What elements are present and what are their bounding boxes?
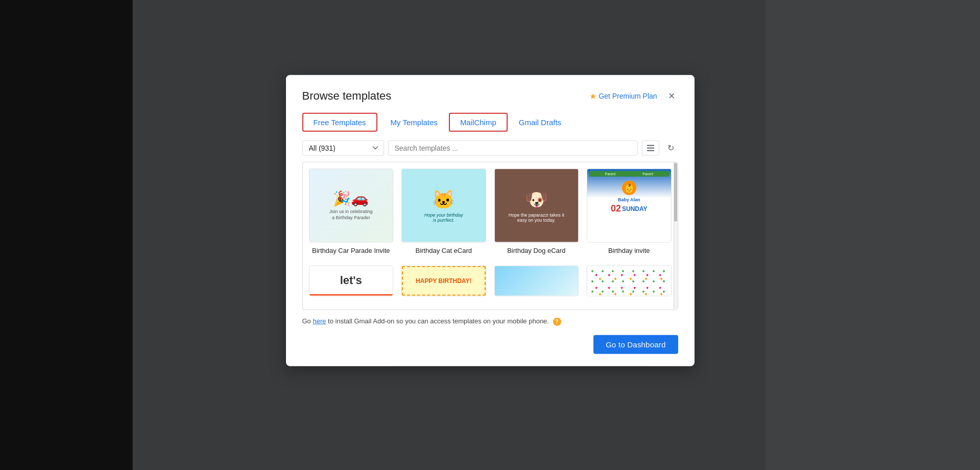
premium-label: Get Premium Plan: [599, 92, 657, 100]
template-name-3: Birthday Dog eCard: [494, 247, 579, 254]
card-visual-car: 🎉🚗 Join us in celebratinga Birthday Para…: [309, 169, 393, 242]
car-invite-text: Join us in celebratinga Birthday Parade!: [329, 209, 373, 221]
footer-text: Go here to install Gmail Add-on so you c…: [302, 317, 678, 326]
dog-emoji: 🐶: [525, 189, 548, 210]
premium-plan-link[interactable]: ★ Get Premium Plan: [589, 91, 657, 101]
star-icon: ★: [589, 91, 596, 101]
template-card-birthday-car[interactable]: 🎉🚗 Join us in celebratinga Birthday Para…: [305, 165, 398, 262]
invite-date-day: SUNDAY: [622, 205, 648, 212]
help-icon[interactable]: ?: [553, 317, 561, 325]
filters-row: All (931) ↻: [302, 140, 678, 156]
close-button[interactable]: ×: [665, 89, 678, 103]
template-card-lets[interactable]: let's: [305, 262, 398, 308]
dog-text: Hope the paparazzi takes iteasy on you t…: [509, 212, 564, 222]
category-dropdown[interactable]: All (931): [302, 140, 384, 155]
browse-templates-modal: Browse templates ★ Get Premium Plan × Fr…: [286, 75, 695, 366]
template-thumb-blue: [494, 266, 579, 296]
invite-date-row: 02 SUNDAY: [611, 203, 648, 214]
templates-scroll-wrapper: 🎉🚗 Join us in celebratinga Birthday Para…: [302, 162, 678, 310]
modal-header-right: ★ Get Premium Plan ×: [589, 89, 678, 103]
template-thumb-lets: let's: [309, 266, 394, 296]
modal-header: Browse templates ★ Get Premium Plan ×: [302, 89, 678, 103]
modal-title: Browse templates: [302, 89, 392, 103]
list-view-button[interactable]: [642, 140, 659, 155]
addon-install-link[interactable]: here: [313, 317, 326, 325]
template-thumb-birthday-dog: 🐶 Hope the paparazzi takes iteasy on you…: [494, 169, 579, 243]
template-card-blue[interactable]: [490, 262, 583, 308]
card-visual-invite: Parent Parent 👶 Baby Alan 02 SUNDAY: [587, 169, 671, 242]
card-visual-cat: 🐱 Hope your birthdayis purrfect.: [402, 169, 486, 242]
invite-baby-name: Baby Alan: [618, 197, 640, 202]
invite-date-num: 02: [611, 203, 621, 214]
list-icon: [647, 144, 655, 152]
search-input[interactable]: [388, 140, 638, 155]
scroll-bar[interactable]: [674, 162, 678, 310]
svg-rect-0: [647, 145, 654, 146]
template-card-happy[interactable]: HAPPY BIRTHDAY!: [397, 262, 490, 308]
tabs-row: Free Templates My Templates MailChimp Gm…: [302, 113, 678, 132]
cat-emoji: 🐱: [432, 189, 455, 210]
go-to-dashboard-button[interactable]: Go to Dashboard: [593, 335, 678, 354]
car-emoji: 🎉🚗: [333, 190, 369, 207]
modal-footer-actions: Go to Dashboard: [302, 335, 678, 354]
refresh-button[interactable]: ↻: [663, 140, 678, 156]
template-name-4: Birthday invite: [587, 247, 672, 254]
invite-header: Parent Parent: [589, 171, 669, 177]
template-card-birthday-cat[interactable]: 🐱 Hope your birthdayis purrfect. Birthda…: [397, 165, 490, 262]
invite-avatar: 👶: [622, 181, 636, 195]
svg-rect-2: [647, 150, 654, 151]
cat-text: Hope your birthdayis purrfect.: [424, 212, 463, 222]
template-thumb-birthday-car: 🎉🚗 Join us in celebratinga Birthday Para…: [309, 169, 394, 243]
card-visual-dots: [587, 266, 671, 296]
lets-text: let's: [340, 273, 362, 287]
invite-parent1: Parent: [605, 172, 616, 176]
tab-my-templates[interactable]: My Templates: [379, 113, 449, 132]
template-name-1: Birthday Car Parade Invite: [309, 247, 394, 254]
template-thumb-dots: [587, 266, 672, 296]
card-visual-blue: [495, 266, 579, 296]
invite-parent2: Parent: [642, 172, 653, 176]
template-card-birthday-dog[interactable]: 🐶 Hope the paparazzi takes iteasy on you…: [490, 165, 583, 262]
template-thumb-birthday-cat: 🐱 Hope your birthdayis purrfect.: [401, 169, 486, 243]
tab-free-templates[interactable]: Free Templates: [302, 113, 377, 132]
card-visual-happy: HAPPY BIRTHDAY!: [402, 266, 486, 296]
scroll-thumb: [674, 163, 677, 222]
template-thumb-birthday-invite: Parent Parent 👶 Baby Alan 02 SUNDAY: [587, 169, 672, 243]
templates-grid: 🎉🚗 Join us in celebratinga Birthday Para…: [303, 162, 678, 310]
template-card-birthday-invite[interactable]: Parent Parent 👶 Baby Alan 02 SUNDAY Birt…: [583, 165, 676, 262]
footer-text-before: Go: [302, 317, 313, 325]
template-card-dots[interactable]: [583, 262, 676, 308]
template-name-2: Birthday Cat eCard: [401, 247, 486, 254]
template-thumb-happy: HAPPY BIRTHDAY!: [401, 266, 486, 296]
footer-text-after: to install Gmail Add-on so you can acces…: [326, 317, 549, 325]
svg-rect-1: [647, 147, 654, 148]
happy-birthday-text: HAPPY BIRTHDAY!: [416, 277, 471, 285]
tab-mailchimp[interactable]: MailChimp: [449, 113, 508, 132]
tab-gmail-drafts[interactable]: Gmail Drafts: [508, 113, 572, 132]
card-visual-dog: 🐶 Hope the paparazzi takes iteasy on you…: [495, 169, 579, 242]
card-visual-lets: let's: [309, 266, 393, 296]
